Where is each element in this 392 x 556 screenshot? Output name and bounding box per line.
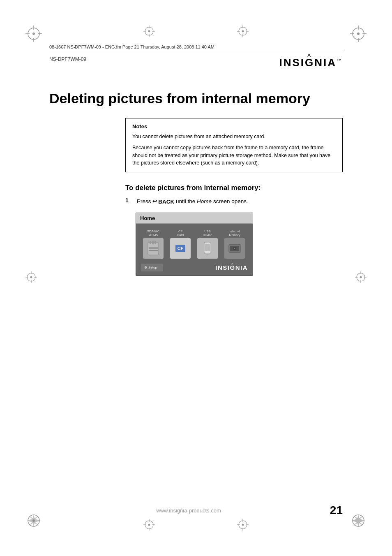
header-area: 08-1607 NS-DPF7WM-09 - ENG.fm Page 21 Th…	[49, 44, 343, 77]
home-screen-icons-row: SD/MMCxD MS	[141, 229, 248, 259]
footer: www.insignia-products.com 21	[49, 504, 343, 517]
svg-point-46	[242, 524, 244, 526]
home-screen-brand: INSIG^NIA	[215, 264, 248, 271]
cf-icon-img: CF	[170, 238, 191, 259]
cf-icon-item: CFCard CF	[168, 229, 193, 259]
home-screen-body: SD/MMCxD MS	[136, 224, 253, 276]
svg-rect-52	[150, 241, 151, 244]
side-mark-right	[355, 271, 367, 285]
svg-rect-55	[149, 247, 158, 248]
step1-text: Press ↩ BACK until the Home screen opens…	[137, 197, 248, 206]
svg-rect-54	[154, 241, 156, 244]
side-mark-left	[25, 271, 37, 285]
sdmmc-icon-img	[143, 238, 164, 259]
corner-mark-br	[350, 512, 367, 531]
note2-text: Because you cannot copy pictures back fr…	[132, 144, 336, 167]
page: 08-1607 NS-DPF7WM-09 - ENG.fm Page 21 Th…	[0, 0, 392, 556]
bottom-center-marks	[143, 519, 249, 531]
svg-point-31	[360, 276, 362, 278]
home-screen-container: Home SD/MMCxD MS	[136, 213, 343, 276]
usb-icon-item: USBDevice	[195, 229, 220, 259]
svg-rect-60	[207, 254, 208, 255]
notes-label: Notes	[132, 123, 336, 130]
svg-rect-57	[149, 250, 158, 251]
internal-memory-icon-img	[224, 238, 245, 259]
svg-point-1	[32, 32, 35, 35]
note1-text: You cannot delete pictures from an attac…	[132, 133, 336, 141]
step1-number: 1	[125, 197, 134, 206]
svg-point-25	[30, 276, 32, 278]
home-screen: Home SD/MMCxD MS	[136, 213, 253, 276]
top-center-marks	[143, 25, 249, 37]
svg-point-64	[234, 248, 235, 249]
svg-point-7	[357, 32, 360, 35]
svg-rect-59	[205, 244, 210, 251]
corner-mark-tr	[350, 25, 367, 44]
step1: 1 Press ↩ BACK until the Home screen ope…	[125, 197, 343, 206]
file-info-line: 08-1607 NS-DPF7WM-09 - ENG.fm Page 21 Th…	[49, 44, 343, 49]
back-button-ref: ↩ BACK	[152, 197, 174, 206]
svg-point-19	[242, 30, 244, 32]
brand-logo: INSIG^NIA™	[279, 56, 343, 69]
main-content: Deleting pictures from internal memory N…	[49, 90, 343, 276]
home-screen-titlebar: Home	[136, 213, 253, 224]
sdmmc-icon-item: SD/MMCxD MS	[141, 229, 166, 259]
section-heading: To delete pictures from internal memory:	[125, 184, 343, 192]
corner-mark-tl	[25, 25, 42, 44]
svg-point-40	[148, 524, 150, 526]
corner-mark-bl	[25, 512, 42, 531]
setup-button: ⚙ Setup	[141, 264, 163, 271]
usb-icon-img	[197, 238, 218, 259]
page-number: 21	[328, 504, 343, 517]
home-screen-bottom-row: ⚙ Setup INSIG^NIA	[141, 264, 248, 271]
svg-rect-53	[152, 241, 154, 244]
internal-memory-icon-item: InternalMemory	[222, 229, 247, 259]
svg-point-13	[148, 30, 150, 32]
notes-box: Notes You cannot delete pictures from an…	[125, 118, 343, 172]
model-number: NS-DPF7WM-09	[49, 56, 86, 62]
svg-rect-56	[149, 248, 158, 249]
page-title: Deleting pictures from internal memory	[49, 90, 343, 107]
footer-url: www.insignia-products.com	[49, 507, 328, 514]
